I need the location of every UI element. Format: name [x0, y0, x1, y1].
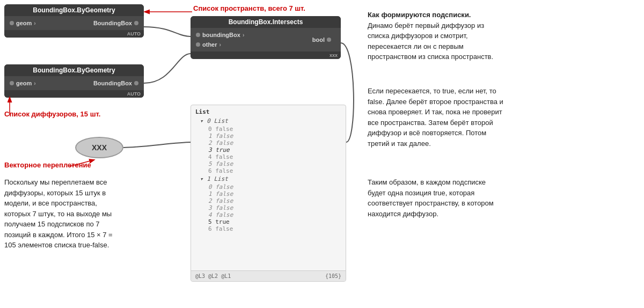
- node-bb2-input: geom ›: [4, 78, 41, 88]
- output-dot-bool: [327, 38, 331, 42]
- list-item: 2 false: [195, 197, 341, 204]
- port-dot-other: [196, 42, 200, 47]
- node-bb1-input: geom ›: [4, 18, 41, 28]
- node-bb2-footer: AUTO: [4, 90, 144, 98]
- list-item: 0 false: [195, 126, 341, 133]
- node-bb2-output: BoundingBox: [90, 78, 144, 88]
- wire-bb1-intersects: [144, 27, 191, 36]
- node-bb2: BoundingBox.ByGeometry geom › BoundingBo…: [4, 64, 144, 98]
- node-bb1-output: BoundingBox: [90, 18, 144, 28]
- node-intersects-title: BoundingBox.Intersects: [191, 16, 341, 28]
- output-dot: [134, 21, 138, 25]
- list-viewer: List ▾ 0 List 0 false 1 false 2 false 3 …: [191, 105, 346, 282]
- vector-annotation: Векторное переплетение: [4, 161, 91, 169]
- port-dot-bb: [196, 33, 200, 37]
- diffusers-annotation: Список диффузоров, 15 шт.: [4, 110, 100, 118]
- right-desc-top: Как формируются подсписки. Динамо берёт …: [368, 10, 631, 62]
- node-intersects: BoundingBox.Intersects boundingBox › oth…: [191, 16, 341, 59]
- list-content: List ▾ 0 List 0 false 1 false 2 false 3 …: [191, 105, 346, 265]
- list-item: 3 true: [195, 146, 341, 153]
- wire-bb2-intersects: [144, 54, 191, 83]
- list-footer-left: @L3 @L2 @L1: [195, 273, 231, 279]
- list-item: ▾ 1 List: [195, 175, 341, 182]
- list-item: 3 false: [195, 204, 341, 211]
- wire-xxx: [123, 142, 191, 148]
- right-desc-bot: Таким образом, в каждом подсписке будет …: [368, 177, 631, 219]
- spaces-annotation: Список пространств, всего 7 шт.: [193, 4, 305, 12]
- list-item: 5 false: [195, 160, 341, 167]
- list-item: 2 false: [195, 140, 341, 146]
- list-item: 4 false: [195, 153, 341, 160]
- node-bb1: BoundingBox.ByGeometry geom › BoundingBo…: [4, 4, 144, 38]
- list-title: List: [195, 108, 341, 115]
- output-dot-2: [134, 81, 138, 85]
- list-item: 6 false: [195, 167, 341, 174]
- right-desc-mid: Если пересекается, то true, если нет, то…: [368, 86, 631, 149]
- port-dot-2: [10, 81, 14, 85]
- node-xxx: XXX: [75, 137, 123, 158]
- list-item: 0 false: [195, 184, 341, 190]
- list-footer-right: {105}: [325, 273, 341, 279]
- list-item: 5 true: [195, 218, 341, 225]
- node-intersects-output: bool: [309, 35, 336, 45]
- node-intersects-input2: other ›: [191, 40, 250, 49]
- list-item: 4 false: [195, 211, 341, 218]
- node-bb1-title: BoundingBox.ByGeometry: [4, 4, 144, 16]
- list-item: 6 false: [195, 225, 341, 232]
- list-item: 1 false: [195, 133, 341, 140]
- node-intersects-footer: xxx: [191, 52, 341, 59]
- list-item: ▾ 0 List: [195, 118, 341, 124]
- left-desc-bot: Поскольку мы переплетаем все диффузоры, …: [4, 177, 171, 251]
- node-bb2-title: BoundingBox.ByGeometry: [4, 64, 144, 76]
- node-xxx-label: XXX: [92, 143, 107, 152]
- port-dot: [10, 21, 14, 25]
- node-bb1-footer: AUTO: [4, 30, 144, 38]
- list-footer: @L3 @L2 @L1 {105}: [191, 270, 346, 281]
- list-item: 1 false: [195, 190, 341, 197]
- node-intersects-input1: boundingBox ›: [191, 30, 250, 40]
